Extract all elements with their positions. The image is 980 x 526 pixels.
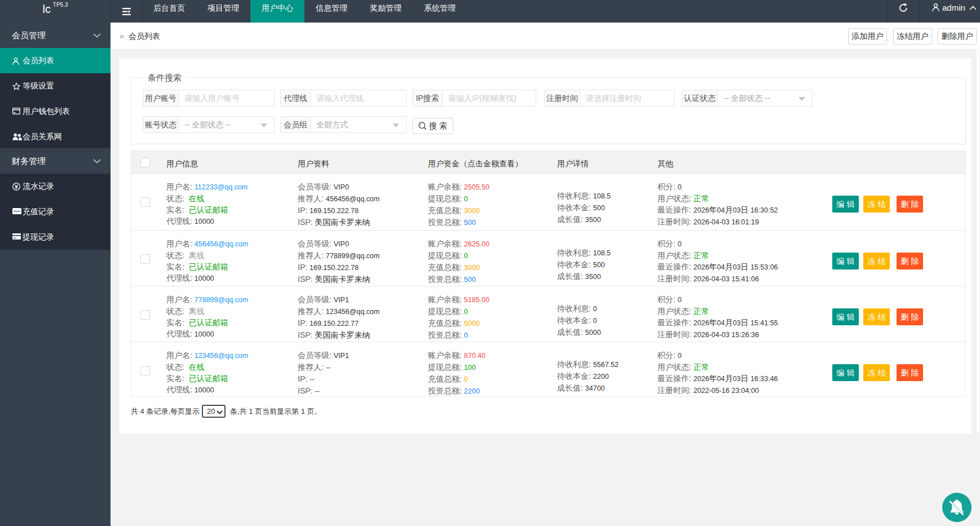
svg-text:PayPal: PayPal [14, 210, 21, 213]
